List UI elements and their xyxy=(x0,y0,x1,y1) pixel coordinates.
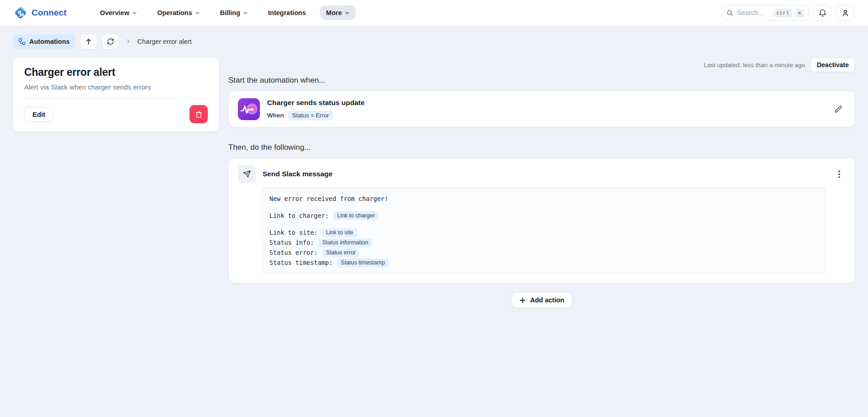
trigger-card: Charger sends status update When Status … xyxy=(228,91,855,127)
message-text: Status info: xyxy=(269,239,318,246)
nav-overview[interactable]: Overview xyxy=(94,5,143,20)
brand-logo[interactable]: e M Connect xyxy=(14,6,67,20)
message-text: Status error: xyxy=(269,249,321,256)
trigger-title: Charger sends status update xyxy=(267,99,365,107)
flow-meta-row: Last updated: less than a minute ago Dea… xyxy=(228,57,855,73)
chevron-down-icon xyxy=(243,11,248,16)
pencil-icon xyxy=(834,105,842,113)
automation-description: Alert via Slack when charger sends error… xyxy=(24,83,208,91)
add-action-button[interactable]: Add action xyxy=(511,292,572,308)
breadcrumb: Automations Charger error alert xyxy=(13,34,855,49)
chevron-down-icon xyxy=(195,11,200,16)
breadcrumb-current: Charger error alert xyxy=(137,38,192,45)
breadcrumb-automations[interactable]: Automations xyxy=(13,34,75,49)
trigger-info: Charger sends status update When Status … xyxy=(267,99,365,120)
search-icon xyxy=(726,10,733,16)
nav-operations[interactable]: Operations xyxy=(151,5,206,20)
message-line: New error received from charger! xyxy=(269,194,819,204)
message-text: Link to charger: xyxy=(269,212,332,219)
trigger-condition-row: When Status = Error xyxy=(267,111,365,120)
user-menu-button[interactable] xyxy=(836,5,854,21)
content-area: Charger error alert Alert via Slack when… xyxy=(13,57,855,308)
divider xyxy=(24,98,208,99)
nav-integrations[interactable]: Integrations xyxy=(262,5,312,20)
page-body: Automations Charger error alert Charger … xyxy=(0,34,868,308)
workflow-icon xyxy=(18,38,26,45)
last-updated-text: Last updated: less than a minute ago xyxy=(704,62,805,69)
message-text: New error received from charger! xyxy=(269,195,388,202)
template-variable-chip[interactable]: Status timestamp xyxy=(337,259,389,267)
svg-text:M: M xyxy=(19,12,24,18)
chevron-down-icon xyxy=(345,11,350,16)
detail-card-actions: Edit xyxy=(24,105,208,123)
automation-detail-card: Charger error alert Alert via Slack when… xyxy=(13,57,219,132)
nav-operations-label: Operations xyxy=(157,9,192,16)
notifications-button[interactable] xyxy=(813,5,831,21)
message-line: Link to site: Link to site xyxy=(269,227,819,238)
topbar-actions: Search... Ctrl K xyxy=(722,5,854,21)
charger-pulse-icon xyxy=(238,98,260,120)
brand-name: Connect xyxy=(32,8,67,18)
edit-button[interactable]: Edit xyxy=(24,107,53,122)
chevron-right-icon xyxy=(125,38,132,45)
nav-overview-label: Overview xyxy=(100,9,130,16)
action-menu-button[interactable] xyxy=(833,168,846,180)
action-section-title: Then, do the following... xyxy=(228,143,855,152)
action-header: Send Slack message xyxy=(238,165,846,183)
action-icon-wrap xyxy=(238,165,256,183)
message-line: Status error: Status error xyxy=(269,248,819,258)
template-variable-chip[interactable]: Link to site xyxy=(322,228,357,237)
bell-icon xyxy=(818,9,827,17)
plus-icon xyxy=(519,297,526,304)
message-line: Status timestamp: Status timestamp xyxy=(269,258,819,268)
template-variable-chip[interactable]: Link to charger xyxy=(333,211,379,220)
action-title: Send Slack message xyxy=(263,170,332,178)
message-text: Link to site: xyxy=(269,229,321,236)
message-text: Status timestamp: xyxy=(269,259,336,266)
search-placeholder: Search... xyxy=(737,9,770,16)
paper-plane-icon xyxy=(243,170,251,178)
message-blank-line xyxy=(269,204,819,211)
action-card: Send Slack message New error received fr… xyxy=(228,158,855,283)
add-action-row: Add action xyxy=(228,292,855,308)
main-nav: Overview Operations Billing Integrations… xyxy=(94,5,356,20)
template-variable-chip[interactable]: Status information xyxy=(319,238,372,247)
refresh-icon xyxy=(107,38,114,45)
edit-trigger-button[interactable] xyxy=(831,102,846,116)
automation-flow: Last updated: less than a minute ago Dea… xyxy=(228,57,855,308)
kbd-ctrl: Ctrl xyxy=(773,9,792,17)
nav-more[interactable]: More xyxy=(320,5,356,20)
nav-integrations-label: Integrations xyxy=(268,9,306,16)
deactivate-button[interactable]: Deactivate xyxy=(810,58,855,72)
automation-title: Charger error alert xyxy=(24,66,208,79)
delete-button[interactable] xyxy=(189,105,208,123)
add-action-label: Add action xyxy=(530,296,564,304)
refresh-button[interactable] xyxy=(102,34,119,49)
kebab-menu-icon xyxy=(838,170,840,178)
kbd-k: K xyxy=(795,9,804,17)
nav-billing-label: Billing xyxy=(220,9,240,16)
breadcrumb-root-label: Automations xyxy=(29,38,70,45)
chevron-down-icon xyxy=(132,11,137,16)
trigger-condition-chip[interactable]: Status = Error xyxy=(288,111,333,120)
trash-icon xyxy=(195,111,203,118)
back-button[interactable] xyxy=(80,34,97,49)
trigger-section-title: Start the automation when... xyxy=(228,76,855,85)
message-line: Link to charger: Link to charger xyxy=(269,211,819,221)
when-label: When xyxy=(267,112,284,119)
message-line: Status info: Status information xyxy=(269,238,819,248)
search-input[interactable]: Search... Ctrl K xyxy=(722,5,809,21)
slack-message-box[interactable]: New error received from charger!Link to … xyxy=(263,188,826,274)
message-blank-line xyxy=(269,221,819,227)
nav-billing[interactable]: Billing xyxy=(214,5,254,20)
user-icon xyxy=(841,9,850,17)
nav-more-label: More xyxy=(326,9,342,16)
top-navigation-bar: e M Connect Overview Operations Billing … xyxy=(0,0,868,26)
connect-logo-icon: e M xyxy=(14,6,27,20)
arrow-up-icon xyxy=(85,38,92,45)
template-variable-chip[interactable]: Status error xyxy=(322,248,359,257)
